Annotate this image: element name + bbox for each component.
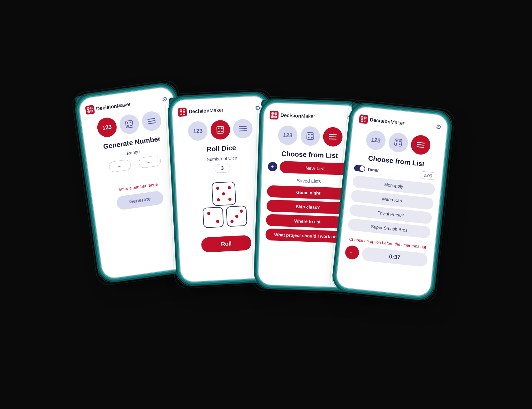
die-3: [226, 205, 247, 227]
svg-line-31: [239, 131, 246, 131]
nav-number-btn-3[interactable]: 123: [278, 125, 298, 145]
logo-icon-2: [178, 108, 187, 117]
svg-point-42: [311, 134, 313, 135]
settings-icon-4[interactable]: ⚙: [435, 123, 442, 131]
logo-icon-1: [85, 105, 95, 115]
svg-line-63: [417, 147, 424, 147]
list-item-where-to-eat[interactable]: Where to eat: [266, 214, 349, 229]
generate-button[interactable]: Generate: [116, 190, 164, 210]
nav-list-btn-3[interactable]: [323, 127, 343, 147]
svg-point-5: [91, 108, 92, 108]
svg-point-9: [127, 122, 129, 124]
svg-point-4: [88, 108, 89, 109]
svg-point-59: [396, 143, 397, 145]
list-item-what-project[interactable]: What project should I work on?: [265, 228, 348, 243]
settings-icon-1[interactable]: ⚙: [161, 95, 168, 104]
new-list-button[interactable]: New List: [279, 161, 350, 175]
svg-line-45: [330, 134, 336, 135]
timer-toggle-switch[interactable]: [354, 165, 366, 172]
timer-label: Timer: [367, 167, 379, 173]
page-title-2: Roll Dice: [180, 142, 263, 155]
svg-line-62: [417, 144, 424, 145]
die-2: [202, 207, 224, 228]
svg-point-52: [362, 117, 362, 118]
logo-4: DecisionMaker: [359, 114, 405, 128]
svg-point-7: [91, 111, 92, 111]
nav-3: 123: [269, 125, 352, 147]
svg-point-38: [272, 116, 273, 117]
range-to-input[interactable]: [138, 155, 161, 169]
logo-icon-3: [269, 111, 279, 120]
settings-icon-2[interactable]: ⚙: [255, 104, 261, 112]
svg-line-47: [329, 139, 336, 139]
svg-point-53: [365, 117, 366, 118]
svg-line-14: [148, 121, 155, 122]
dice-row-bottom: [202, 205, 247, 228]
svg-point-39: [275, 116, 276, 117]
range-from-input[interactable]: [109, 159, 132, 173]
svg-point-26: [221, 127, 223, 129]
logo-2: DecisionMaker: [178, 106, 223, 117]
svg-rect-40: [307, 133, 314, 140]
svg-point-20: [181, 110, 181, 111]
svg-point-28: [221, 130, 223, 132]
saved-lists-label: Saved Lists: [267, 177, 350, 185]
svg-point-54: [361, 120, 362, 121]
nav-number-btn-1[interactable]: 123: [96, 116, 118, 138]
logo-text-4: DecisionMaker: [370, 117, 405, 126]
svg-line-29: [239, 126, 246, 127]
back-button[interactable]: ←: [345, 245, 360, 260]
header-2: DecisionMaker ⚙: [178, 102, 261, 118]
dice-visual: [182, 180, 267, 229]
timer-toggle: Timer: [354, 165, 379, 174]
nav-2: 123: [179, 118, 262, 142]
svg-rect-56: [395, 139, 402, 146]
new-list-row: + New List: [268, 160, 350, 175]
die-5: [211, 181, 236, 206]
svg-point-55: [365, 120, 365, 121]
svg-point-36: [272, 113, 273, 114]
nav-number-btn-2[interactable]: 123: [188, 121, 208, 141]
svg-point-6: [88, 111, 89, 112]
svg-line-61: [417, 142, 424, 143]
logo-text-3: DecisionMaker: [280, 113, 315, 119]
nav-list-btn-4[interactable]: [410, 134, 431, 155]
svg-point-43: [308, 137, 309, 138]
logo-3: DecisionMaker: [269, 111, 315, 121]
svg-point-10: [130, 122, 132, 124]
nav-dice-btn-3[interactable]: [300, 126, 320, 146]
svg-point-27: [218, 131, 220, 132]
list-item-game-night[interactable]: Game night: [267, 185, 350, 200]
svg-point-11: [127, 125, 129, 127]
svg-point-12: [130, 125, 132, 127]
nav-dice-btn-1[interactable]: [118, 113, 140, 135]
list-item-skip-class[interactable]: Skip class?: [266, 199, 349, 214]
svg-line-13: [148, 119, 155, 119]
phone-4: DecisionMaker ⚙ 123: [336, 106, 448, 296]
svg-point-21: [184, 110, 184, 111]
nav-list-btn-1[interactable]: [141, 110, 162, 132]
svg-point-57: [396, 140, 397, 142]
dice-row-top: [211, 181, 236, 206]
svg-line-30: [239, 129, 246, 129]
logo-icon-4: [359, 114, 369, 124]
plus-icon: +: [268, 162, 278, 171]
nav-number-btn-4[interactable]: 123: [365, 129, 386, 151]
settings-icon-3[interactable]: ⚙: [346, 114, 352, 122]
svg-point-23: [184, 113, 184, 114]
dice-count-label: Number of Dice: [207, 155, 237, 162]
svg-line-46: [330, 137, 336, 137]
nav-list-btn-2[interactable]: [233, 119, 253, 139]
dice-count-row: Number of Dice 3: [181, 154, 264, 175]
nav-dice-btn-4[interactable]: [388, 132, 409, 153]
timer-countdown: 0:37: [361, 247, 428, 267]
svg-point-22: [181, 114, 181, 114]
svg-point-44: [311, 137, 313, 139]
dice-count-box: 3: [214, 164, 230, 173]
phone-4-wrapper: DecisionMaker ⚙ 123: [336, 106, 448, 296]
range-dash: -: [134, 161, 136, 167]
nav-dice-btn-2[interactable]: [210, 120, 230, 140]
svg-line-15: [149, 123, 156, 124]
range-error: Enter a number range: [97, 179, 180, 195]
roll-button[interactable]: Roll: [201, 235, 252, 253]
